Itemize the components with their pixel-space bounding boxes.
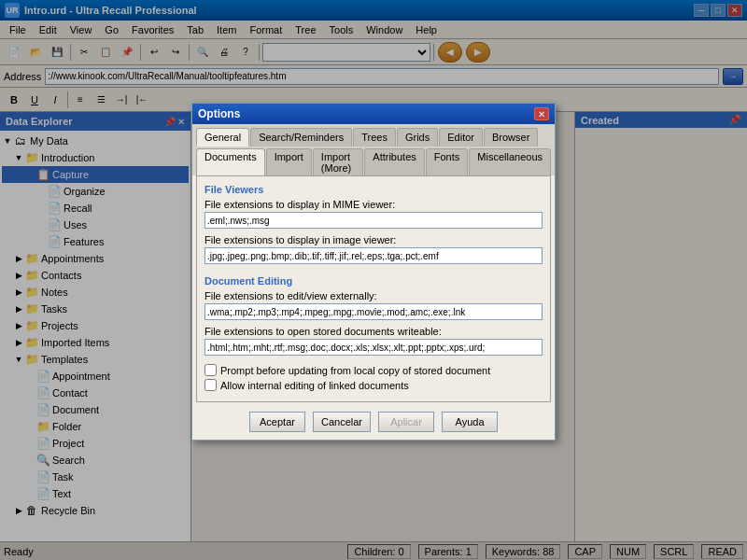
tab-import[interactable]: Import [266,148,312,175]
allow-label: Allow internal editing of linked documen… [220,380,409,391]
prompt-checkbox[interactable] [204,364,217,376]
dialog-title-text: Options [198,107,240,120]
edit-label: File extensions to edit/view externally: [204,290,543,301]
tab-fonts[interactable]: Fonts [426,148,469,175]
tab-general[interactable]: General [196,128,249,147]
tab-browser[interactable]: Browser [484,128,538,147]
tab-attributes[interactable]: Attributes [364,148,424,175]
tab-import-more[interactable]: Import (More) [313,148,363,175]
mime-input[interactable] [204,212,543,229]
doc-editing-title: Document Editing [204,275,543,287]
prompt-checkbox-row[interactable]: Prompt before updating from local copy o… [204,364,543,376]
mime-label: File extensions to display in MIME viewe… [204,199,543,210]
tab-grids[interactable]: Grids [397,128,438,147]
allow-checkbox[interactable] [204,379,217,391]
tab-documents[interactable]: Documents [196,148,265,175]
tab-miscellaneous[interactable]: Miscellaneous [469,148,551,175]
tab-trees[interactable]: Trees [353,128,396,147]
options-dialog: Options ✕ General Search/Reminders Trees… [191,103,556,441]
image-input[interactable] [204,247,543,264]
edit-input[interactable] [204,303,543,320]
open-input[interactable] [204,339,543,356]
tab-editor[interactable]: Editor [439,128,483,147]
allow-checkbox-row[interactable]: Allow internal editing of linked documen… [204,379,543,391]
dialog-overlay: Options ✕ General Search/Reminders Trees… [0,0,747,560]
file-viewers-title: File Viewers [204,184,543,195]
open-label: File extensions to open stored documents… [204,326,543,337]
tab-row-2: Documents Import Import (More) Attribute… [192,147,555,175]
cancel-button[interactable]: Cancelar [313,412,371,432]
accept-button[interactable]: Aceptar [249,412,305,432]
image-label: File extensions to display in image view… [204,234,543,245]
apply-button[interactable]: Aplicar [378,412,434,432]
dialog-buttons: Aceptar Cancelar Aplicar Ayuda [192,406,555,440]
dialog-close-button[interactable]: ✕ [534,107,549,120]
tab-row-1: General Search/Reminders Trees Grids Edi… [192,124,555,147]
tab-search-reminders[interactable]: Search/Reminders [250,128,352,147]
prompt-label: Prompt before updating from local copy o… [220,365,490,376]
help-button[interactable]: Ayuda [442,412,498,432]
dialog-body: File Viewers File extensions to display … [196,175,551,402]
dialog-title-bar: Options ✕ [192,104,555,124]
